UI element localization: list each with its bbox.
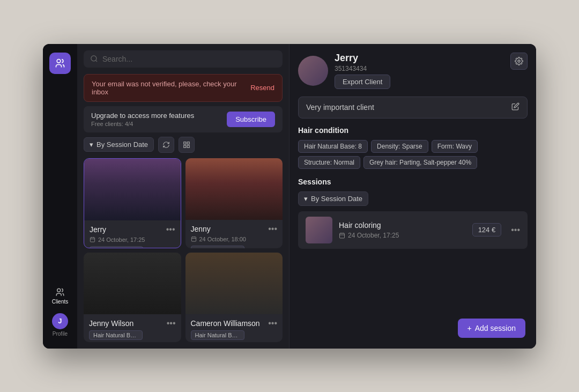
sidebar-bottom: Clients J Profile [49,284,72,340]
hair-condition-title: Hair condition [298,126,528,135]
right-panel: Jerry 351343434 Export Client Very impor… [290,44,536,349]
jenny-wilson-menu-button[interactable]: ••• [167,319,176,328]
profile-label: Profile [53,331,68,337]
hair-tags-list: Hair Natural Base: 8 Density: Sparse For… [298,140,528,169]
jenny-tag-1: Hair Natural Base: 3 [191,246,244,249]
clients-label: Clients [52,299,69,305]
left-panel: Your email was not verified, please, che… [77,44,290,349]
upgrade-subtitle: Free clients: 4/4 [91,121,194,127]
hair-tag-0: Hair Natural Base: 8 [298,140,368,153]
svg-rect-10 [340,233,345,238]
svg-rect-7 [90,238,94,242]
session-card[interactable]: Hair coloring 24 October, 17:25 124 € ••… [298,211,528,249]
session-date-filter[interactable]: ▾ By Session Date [84,137,154,152]
grid-icon [183,141,190,149]
note-text: Very important client [306,103,374,112]
client-photo-jenny [185,158,283,220]
jerry-menu-button[interactable]: ••• [166,225,175,234]
calendar-icon [90,236,95,242]
client-photo-jerry [84,159,181,220]
search-bar[interactable] [84,50,283,68]
refresh-button[interactable] [158,137,174,153]
upgrade-title: Upgrade to access more features [91,112,194,120]
session-price: 124 € [472,223,502,236]
calendar-icon [191,236,197,242]
gear-icon [515,57,523,65]
clients-nav-btn[interactable] [49,53,71,74]
session-date: 24 October, 17:25 [348,232,399,239]
filter-label: By Session Date [96,140,148,149]
detail-client-id: 351343434 [335,65,504,72]
clients-grid: Jerry ••• 24 October, 17:25 Hair Natural… [77,158,289,349]
chevron-down-icon: ▾ [90,140,93,149]
jerry-tag-1: Hair Natural Base: 8 [90,246,143,249]
detail-avatar [298,56,328,86]
svg-point-1 [57,289,61,292]
svg-point-2 [91,56,96,61]
svg-point-0 [57,59,61,63]
alert-banner: Your email was not verified, please, che… [84,74,283,102]
sidebar-item-clients[interactable]: Clients [49,284,72,308]
hair-tag-1: Density: Sparse [371,140,428,153]
subscribe-button[interactable]: Subscribe [227,112,275,127]
session-menu-button[interactable]: ••• [511,225,520,235]
sidebar-item-profile[interactable]: J Profile [49,310,71,340]
sidebar: Clients J Profile [43,44,77,349]
svg-rect-3 [184,142,186,144]
svg-point-9 [518,60,520,62]
refresh-icon [162,141,170,149]
detail-client-name: Jerry [335,53,504,64]
client-name-cameron: Cameron Williamson [191,319,260,328]
sessions-filter: ▾ By Session Date [298,191,528,206]
jenny-date: 24 October, 18:00 [199,236,246,242]
app-window: Clients J Profile Your email was not ver… [43,44,536,349]
edit-icon [511,102,519,110]
svg-rect-6 [187,145,189,147]
jerry-date: 24 October, 17:25 [98,236,145,243]
upgrade-bar: Upgrade to access more features Free cli… [84,106,283,132]
session-name: Hair coloring [339,221,466,230]
hair-tag-4: Grey hair: Parting, Salt-pepper 40% [363,156,477,169]
client-photo-cameron [185,253,283,314]
svg-rect-5 [184,145,186,147]
cameron-menu-button[interactable]: ••• [268,319,277,328]
export-client-button[interactable]: Export Client [335,75,390,89]
filter-bar: ▾ By Session Date [84,137,283,153]
jenny-menu-button[interactable]: ••• [268,224,277,234]
session-calendar-icon [339,232,345,239]
client-detail-header: Jerry 351343434 Export Client [298,53,528,89]
jenny-wilson-tag-1: Hair Natural Base: 2 [89,330,143,340]
client-photo-jenny-wilson [84,253,181,314]
grid-view-button[interactable] [179,137,195,153]
settings-button[interactable] [510,53,528,70]
client-card-cameron[interactable]: Cameron Williamson ••• Hair Natural Base… [185,253,283,342]
hair-condition-section: Hair condition Hair Natural Base: 8 Dens… [298,126,528,177]
search-icon [90,55,98,63]
add-session-button[interactable]: + Add session [458,319,525,338]
client-name-jenny-wilson: Jenny Wilson [89,319,133,328]
client-card-jenny-wilson[interactable]: Jenny Wilson ••• Hair Natural Base: 2 De… [84,253,181,342]
client-note: Very important client [298,97,528,119]
search-input[interactable] [102,55,276,63]
plus-icon: + [467,324,472,332]
client-name-jerry: Jerry [90,225,106,234]
resend-button[interactable]: Resend [250,84,274,92]
svg-rect-8 [191,237,196,241]
edit-note-button[interactable] [511,102,519,113]
client-name-jenny: Jenny [191,225,211,233]
chevron-down-icon: ▾ [304,195,308,203]
sessions-filter-label: By Session Date [311,195,362,203]
alert-message: Your email was not verified, please, che… [92,80,250,96]
sessions-title: Sessions [298,177,528,186]
session-thumb [306,217,332,243]
hair-tag-3: Structure: Normal [298,156,360,169]
sessions-section: Sessions ▾ By Session Date Hair coloring… [298,177,528,340]
hair-tag-2: Form: Wavy [432,140,478,153]
client-card-jerry[interactable]: Jerry ••• 24 October, 17:25 Hair Natural… [84,158,181,249]
sessions-date-filter[interactable]: ▾ By Session Date [298,191,368,206]
svg-rect-4 [187,142,189,144]
client-card-jenny[interactable]: Jenny ••• 24 October, 18:00 Hair Natural… [185,158,283,249]
profile-avatar: J [52,313,68,329]
cameron-tag-1: Hair Natural Base: 10 [191,330,244,340]
